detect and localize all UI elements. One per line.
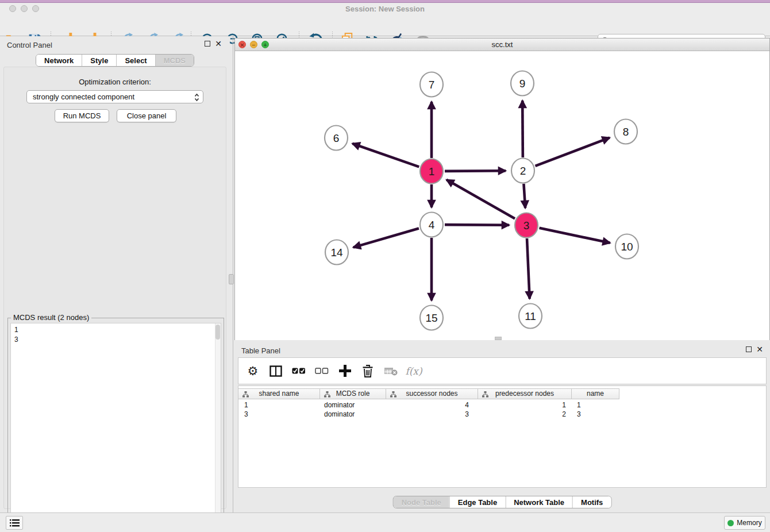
graph-node-10[interactable]: 10 — [615, 234, 638, 259]
graph-edge-2-8[interactable] — [536, 138, 610, 166]
svg-text:7: 7 — [429, 79, 435, 91]
cell-name[interactable]: 3 — [572, 410, 619, 419]
svg-text:10: 10 — [621, 241, 633, 253]
column-header-successor-nodes[interactable]: successor nodes — [386, 389, 478, 399]
graph-node-14[interactable]: 14 — [325, 240, 348, 265]
cell-mcds-role[interactable]: dominator — [320, 400, 386, 410]
network-minimize-button[interactable]: − — [250, 41, 257, 48]
svg-text:4: 4 — [429, 219, 435, 231]
graph-edge-1-6[interactable] — [352, 144, 419, 167]
graph-node-1[interactable]: 1 — [420, 159, 443, 184]
float-panel-icon[interactable] — [746, 346, 752, 352]
graph-node-15[interactable]: 15 — [420, 306, 443, 330]
graph-edge-2-9[interactable] — [522, 101, 523, 157]
table-row[interactable]: 1 dominator 4 1 1 — [238, 400, 619, 410]
svg-text:14: 14 — [330, 246, 343, 259]
graph-edge-3-1[interactable] — [446, 180, 515, 219]
graph-edge-2-3[interactable] — [523, 184, 525, 208]
table-row[interactable]: 3 dominator 3 2 3 — [238, 410, 619, 419]
svg-text:3: 3 — [523, 219, 530, 232]
tab-network[interactable]: Network — [36, 55, 82, 66]
optimization-criterion-value: strongly connected component — [33, 92, 134, 101]
function-builder-icon[interactable]: f(x) — [406, 364, 421, 379]
select-all-rows-icon[interactable] — [291, 364, 306, 379]
tab-motifs[interactable]: Motifs — [572, 496, 611, 508]
window-zoom-button[interactable] — [32, 5, 39, 12]
table-toolbar: ⚙ f(x) — [238, 357, 767, 384]
table-options-gear-icon[interactable]: ⚙ — [245, 364, 260, 379]
graph-node-2[interactable]: 2 — [511, 159, 534, 183]
graph-node-7[interactable]: 7 — [420, 72, 443, 97]
network-window-titlebar[interactable]: ✕ − + scc.txt — [235, 38, 769, 51]
optimization-criterion-select[interactable]: strongly connected component — [26, 90, 203, 103]
cell-predecessor-nodes[interactable]: 2 — [478, 410, 572, 419]
svg-text:6: 6 — [333, 132, 340, 144]
panel-mode-icon[interactable] — [268, 364, 283, 379]
tab-style[interactable]: Style — [82, 55, 116, 66]
task-history-button[interactable] — [6, 516, 23, 530]
cell-name[interactable]: 1 — [572, 400, 619, 410]
tab-mcds[interactable]: MCDS — [155, 55, 194, 66]
network-window-title: scc.txt — [235, 38, 769, 51]
network-close-button[interactable]: ✕ — [238, 41, 246, 48]
graph-node-6[interactable]: 6 — [325, 126, 348, 151]
network-maximize-button[interactable]: + — [261, 41, 269, 48]
graph-edge-4-3[interactable] — [445, 225, 509, 225]
optimization-criterion-label: Optimization criterion: — [4, 78, 226, 86]
main-toolbar — [0, 15, 770, 36]
control-panel-window-controls: ✕ — [205, 40, 222, 47]
panel-splitter-grip[interactable] — [229, 274, 234, 284]
network-canvas[interactable]: 1234678910111415 — [235, 51, 769, 340]
list-icon — [10, 519, 20, 527]
graph-edge-3-11[interactable] — [527, 238, 530, 299]
cell-predecessor-nodes[interactable]: 1 — [478, 400, 572, 410]
memory-button[interactable]: Memory — [724, 516, 765, 530]
graph-edges — [352, 101, 610, 300]
tab-network-table[interactable]: Network Table — [505, 496, 572, 508]
graph-node-4[interactable]: 4 — [420, 213, 443, 237]
cell-shared-name[interactable]: 1 — [238, 400, 320, 410]
run-mcds-button[interactable]: Run MCDS — [55, 109, 109, 122]
graph-node-11[interactable]: 11 — [519, 304, 542, 329]
cell-shared-name[interactable]: 3 — [238, 410, 320, 419]
close-panel-icon[interactable]: ✕ — [756, 346, 763, 353]
close-panel-button[interactable]: Close panel — [117, 109, 176, 122]
column-header-predecessor-nodes[interactable]: predecessor nodes — [478, 389, 572, 399]
result-scrollbar-thumb[interactable] — [215, 325, 220, 340]
graph-edge-3-10[interactable] — [540, 228, 610, 243]
graph-node-8[interactable]: 8 — [614, 119, 637, 144]
cell-successor-nodes[interactable]: 3 — [386, 410, 478, 419]
mcds-result-line: 3 — [14, 335, 217, 345]
cell-mcds-role[interactable]: dominator — [320, 410, 386, 419]
mcds-panel: Optimization criterion: strongly connect… — [3, 67, 226, 509]
table-header-row: shared name MCDS role successor nodes pr… — [238, 388, 619, 399]
window-minimize-button[interactable] — [21, 5, 28, 12]
network-scroll-grip[interactable] — [495, 337, 502, 340]
result-scrollbar[interactable] — [215, 323, 221, 526]
cell-successor-nodes[interactable]: 4 — [386, 400, 478, 410]
float-panel-icon[interactable] — [205, 41, 210, 47]
attribute-type-icon — [482, 391, 488, 398]
tab-edge-table[interactable]: Edge Table — [449, 496, 505, 508]
graph-edge-1-2[interactable] — [445, 171, 506, 171]
graph-edge-4-14[interactable] — [353, 228, 419, 247]
delete-column-icon[interactable] — [360, 364, 375, 379]
add-column-icon[interactable] — [337, 364, 352, 379]
deselect-all-rows-icon[interactable] — [314, 364, 329, 379]
mcds-result-groupbox: MCDS result (2 nodes) 1 3 — [7, 318, 224, 529]
close-panel-icon[interactable]: ✕ — [215, 40, 222, 47]
column-header-mcds-role[interactable]: MCDS role — [320, 389, 386, 399]
graph-node-3[interactable]: 3 — [515, 213, 538, 238]
attribute-type-icon — [390, 391, 396, 398]
mcds-result-textarea[interactable]: 1 3 — [10, 323, 221, 526]
window-close-button[interactable] — [9, 5, 16, 12]
column-header-name[interactable]: name — [572, 389, 619, 399]
attribute-type-icon — [242, 391, 249, 398]
svg-text:9: 9 — [519, 78, 526, 90]
tab-node-table[interactable]: Node Table — [394, 496, 449, 508]
delete-table-icon[interactable] — [383, 364, 398, 379]
table-panel: Table Panel ✕ ⚙ f(x) shared name — [234, 342, 770, 512]
column-header-shared-name[interactable]: shared name — [238, 389, 320, 399]
tab-select[interactable]: Select — [116, 55, 155, 66]
graph-node-9[interactable]: 9 — [511, 71, 534, 96]
